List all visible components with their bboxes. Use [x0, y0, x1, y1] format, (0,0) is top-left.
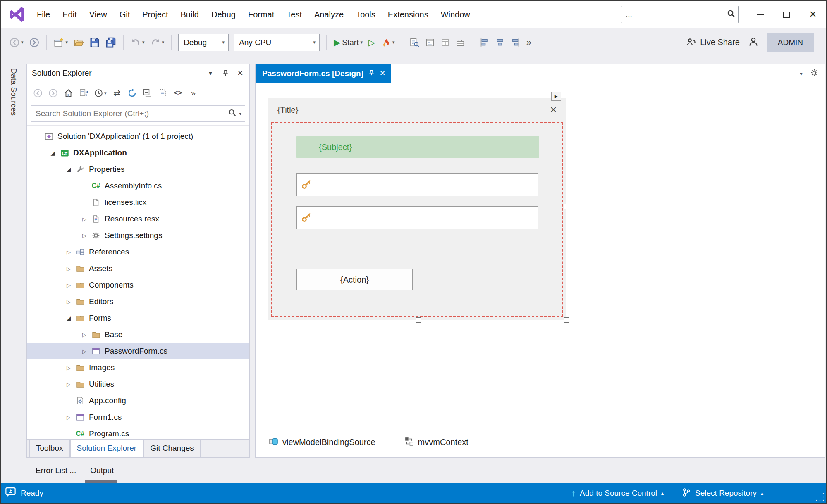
resize-handle-bottom[interactable]	[416, 317, 421, 323]
pin-icon[interactable]	[368, 69, 375, 78]
menu-file[interactable]: File	[31, 1, 56, 28]
tray-item-mvvmcontext[interactable]: mvvmContext	[404, 437, 468, 448]
menu-extensions[interactable]: Extensions	[382, 1, 435, 28]
expander-icon[interactable]: ▷	[62, 249, 75, 255]
search-icon[interactable]	[228, 109, 237, 119]
admin-account-button[interactable]: ADMIN	[767, 33, 814, 52]
pending-changes-filter-icon[interactable]: ▾	[94, 87, 107, 99]
menu-edit[interactable]: Edit	[56, 1, 83, 28]
toolbar-options-overflow[interactable]: »	[524, 33, 533, 52]
search-options-caret[interactable]: ▾	[239, 112, 241, 116]
hot-reload-button[interactable]: ▾	[379, 33, 397, 52]
align-centers-button[interactable]	[493, 33, 507, 52]
panel-drag-grip[interactable]	[98, 71, 198, 75]
menu-tools[interactable]: Tools	[350, 1, 382, 28]
minimize-button[interactable]	[747, 1, 773, 28]
align-lefts-button[interactable]	[477, 33, 491, 52]
tree-item-editors[interactable]: ▷Editors	[27, 293, 249, 310]
resize-handle-corner[interactable]	[564, 317, 569, 323]
search-box[interactable]: ▾	[31, 105, 245, 122]
action-button[interactable]: {Action}	[296, 269, 413, 290]
save-all-button[interactable]	[103, 33, 118, 52]
home-icon[interactable]	[63, 87, 73, 99]
collapse-all-icon[interactable]	[143, 87, 153, 99]
menu-analyze[interactable]: Analyze	[308, 1, 350, 28]
menu-git[interactable]: Git	[113, 1, 136, 28]
redo-button[interactable]: ▾	[148, 33, 167, 52]
menu-window[interactable]: Window	[435, 1, 476, 28]
new-item-caret[interactable]: ▾	[66, 40, 68, 45]
back-history-caret[interactable]: ▾	[21, 40, 24, 45]
start-without-debugging-button[interactable]: ▷	[366, 33, 377, 52]
new-project-button[interactable]: ▾	[52, 33, 70, 52]
expander-icon[interactable]: ▷	[78, 332, 91, 338]
solution-platforms-dropdown[interactable]: Any CPU ▾	[234, 34, 320, 51]
tree-item-settings-settings[interactable]: ▷Settings.settings	[27, 227, 249, 244]
document-tab-passwordform-design[interactable]: PasswordForm.cs [Design] ✕	[256, 64, 391, 83]
tree-item-program-cs[interactable]: C#Program.cs	[27, 426, 249, 439]
designer-form[interactable]: ▶ {Title} ✕ {Subject}	[268, 98, 566, 320]
window-position-caret[interactable]: ▼	[205, 67, 216, 79]
tree-item-components[interactable]: ▷Components	[27, 277, 249, 293]
tree-item-app-config[interactable]: App.config	[27, 392, 249, 409]
tree-item-licenses-licx[interactable]: licenses.licx	[27, 194, 249, 211]
form-title-bar[interactable]: {Title} ✕	[268, 98, 566, 121]
expander-icon[interactable]: ◢	[47, 150, 59, 156]
tree-item-forms[interactable]: ◢Forms	[27, 310, 249, 326]
refresh-icon[interactable]	[127, 87, 137, 99]
bottom-tab-toolbox[interactable]: Toolbox	[29, 440, 70, 457]
expander-icon[interactable]: ▷	[62, 381, 75, 388]
expander-icon[interactable]: ◢	[62, 315, 75, 321]
resize-handle-right[interactable]	[564, 204, 569, 209]
toolbox-button[interactable]	[454, 33, 467, 52]
expander-icon[interactable]: ▷	[62, 365, 75, 371]
tree-item-resources-resx[interactable]: ▷Resources.resx	[27, 211, 249, 227]
tree-item-solution-dxapplication-1-of-1-project[interactable]: Solution 'DXApplication' (1 of 1 project…	[27, 128, 249, 145]
select-repository-button[interactable]: Select Repository ▴	[673, 483, 772, 503]
data-sources-tab[interactable]: Data Sources	[9, 68, 18, 116]
start-options-caret[interactable]: ▾	[360, 40, 363, 45]
switch-views-icon[interactable]: ⇄	[112, 87, 122, 99]
close-panel-icon[interactable]: ✕	[234, 67, 246, 79]
tree-item-images[interactable]: ▷Images	[27, 359, 249, 376]
form-close-icon[interactable]: ✕	[550, 105, 557, 115]
subject-label[interactable]: {Subject}	[296, 136, 539, 158]
pin-icon[interactable]	[220, 67, 231, 79]
hot-reload-caret[interactable]: ▾	[392, 40, 395, 45]
tree-item-utilities[interactable]: ▷Utilities	[27, 376, 249, 392]
tree-item-passwordform-cs[interactable]: ▷PasswordForm.cs	[27, 343, 249, 359]
tree-item-properties[interactable]: ◢Properties	[27, 161, 249, 178]
search-icon[interactable]	[727, 10, 736, 20]
expander-icon[interactable]: ▷	[62, 266, 75, 272]
expander-icon[interactable]: ▷	[78, 233, 91, 239]
tree-item-references[interactable]: ▷References	[27, 244, 249, 260]
find-in-files-button[interactable]	[407, 33, 421, 52]
expander-icon[interactable]: ▷	[62, 414, 75, 421]
quick-launch-search[interactable]	[621, 6, 739, 23]
properties-window-button[interactable]	[439, 33, 452, 52]
feedback-icon[interactable]	[5, 487, 16, 500]
navigate-back-button[interactable]: ▾	[7, 33, 26, 52]
password-textbox-1[interactable]	[296, 173, 538, 196]
undo-button[interactable]: ▾	[129, 33, 147, 52]
expander-icon[interactable]: ▷	[78, 348, 91, 354]
maximize-button[interactable]	[773, 1, 800, 28]
navigate-forward-button[interactable]	[27, 33, 41, 52]
back-icon[interactable]	[33, 87, 43, 99]
align-rights-button[interactable]	[509, 33, 523, 52]
solution-search-input[interactable]	[36, 109, 226, 118]
open-file-button[interactable]	[72, 33, 86, 52]
view-code-icon[interactable]: <>	[173, 87, 183, 99]
bottom-tab-git-changes[interactable]: Git Changes	[143, 440, 201, 457]
panel-tab-output[interactable]: Output	[90, 466, 114, 475]
undo-history-caret[interactable]: ▾	[142, 40, 145, 45]
save-button[interactable]	[88, 33, 102, 52]
editor-options-gear-icon[interactable]	[810, 69, 818, 78]
menu-format[interactable]: Format	[242, 1, 280, 28]
filter-caret[interactable]: ▾	[104, 91, 107, 95]
quick-launch-input[interactable]	[626, 10, 727, 19]
solution-configurations-dropdown[interactable]: Debug ▾	[178, 34, 229, 51]
close-button[interactable]: ✕	[800, 1, 826, 28]
start-debugging-button[interactable]: ▶ Start ▾	[332, 33, 365, 52]
menu-build[interactable]: Build	[174, 1, 205, 28]
